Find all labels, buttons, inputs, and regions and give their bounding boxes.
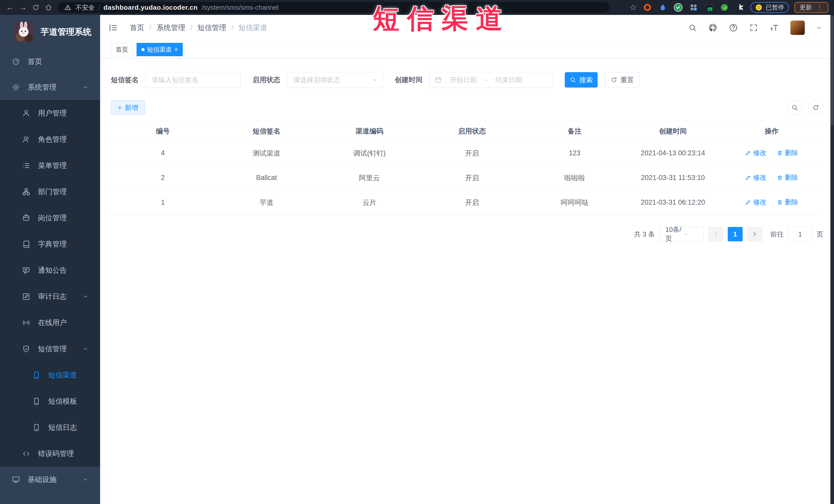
sidebar-collapse-icon[interactable] <box>108 23 118 32</box>
extension-orange-ring-icon[interactable] <box>642 3 652 12</box>
sidebar-item-sms-log[interactable]: 短信日志 <box>0 414 100 441</box>
warning-icon <box>64 4 71 11</box>
font-size-icon[interactable] <box>769 23 779 32</box>
reset-button[interactable]: 重置 <box>605 72 640 88</box>
sidebar-item-sms-channel[interactable]: 短信渠道 <box>0 362 100 388</box>
announcement-icon <box>21 266 31 275</box>
trash-icon <box>777 175 783 181</box>
sidebar-item-audit-logs[interactable]: 审计日志 <box>0 283 100 310</box>
address-bar[interactable]: 不安全 dashboard.yudao.iocoder.cn /system/s… <box>58 2 609 13</box>
avatar-caret-icon[interactable] <box>816 25 822 31</box>
trash-icon <box>777 199 783 205</box>
sidebar-item-label: 岗位管理 <box>38 213 67 223</box>
app-title: 芋道管理系统 <box>41 26 91 38</box>
user-icon <box>21 109 31 117</box>
cell-code: 阿里云 <box>318 166 421 190</box>
breadcrumb-separator: / <box>191 24 193 32</box>
chevron-down-icon <box>683 231 700 237</box>
range-separator: - <box>485 76 487 84</box>
sidebar-item-online-users[interactable]: 在线用户 <box>0 310 100 336</box>
end-date-input[interactable] <box>490 76 528 84</box>
sidebar-item-label: 通知公告 <box>38 265 67 275</box>
fullscreen-icon[interactable] <box>749 23 758 32</box>
monitor-icon <box>11 476 21 484</box>
sidebar-item-infrastructure[interactable]: 基础设施 <box>0 467 100 492</box>
cell-sign: 测试渠道 <box>215 141 318 166</box>
date-range-picker[interactable]: - <box>429 72 553 88</box>
sidebar-item-label: 短信渠道 <box>48 370 77 380</box>
edit-link[interactable]: 修改 <box>745 148 767 157</box>
sidebar-item-posts[interactable]: 岗位管理 <box>0 205 100 231</box>
browser-home-icon[interactable] <box>42 2 55 13</box>
breadcrumb: 首页 / 系统管理 / 短信管理 / 短信渠道 <box>130 23 267 32</box>
sidebar-item-departments[interactable]: 部门管理 <box>0 179 100 205</box>
extension-puzzle-icon[interactable] <box>735 3 745 12</box>
breadcrumb-system[interactable]: 系统管理 <box>157 23 185 32</box>
tag-sms-channel[interactable]: 短信渠道 × <box>136 43 183 56</box>
chevron-right-icon <box>751 231 758 238</box>
goto-page-input[interactable] <box>788 227 812 242</box>
chevron-down-icon <box>371 76 378 83</box>
browser-update-button[interactable]: 更新 ⋮ <box>794 2 828 13</box>
profile-paused-chip[interactable]: 已暂停 <box>750 2 789 13</box>
sidebar-item-menus[interactable]: 菜单管理 <box>0 153 100 179</box>
search-button[interactable]: 搜索 <box>565 72 598 88</box>
add-button[interactable]: + 新增 <box>111 101 145 115</box>
bookmark-star-icon[interactable]: ☆ <box>630 3 637 12</box>
chevron-down-icon <box>82 293 89 300</box>
extension-blue-drop-icon[interactable] <box>658 3 668 12</box>
sign-input[interactable] <box>145 72 241 88</box>
refresh-icon <box>812 104 819 111</box>
toggle-search-button[interactable] <box>787 100 802 115</box>
sidebar-item-sms-template[interactable]: 短信模板 <box>0 388 100 414</box>
sidebar-item-roles[interactable]: 角色管理 <box>0 126 100 153</box>
delete-link[interactable]: 删除 <box>777 148 798 157</box>
status-select[interactable]: 请选择启用状态 <box>287 72 383 88</box>
cell-sign: Ballcat <box>215 166 318 190</box>
extension-sprout-icon[interactable] <box>720 3 729 12</box>
breadcrumb-current: 短信渠道 <box>239 23 267 32</box>
breadcrumb-home[interactable]: 首页 <box>130 23 144 32</box>
github-icon[interactable] <box>708 23 718 32</box>
browser-reload-icon[interactable] <box>29 2 42 13</box>
start-date-input[interactable] <box>444 76 482 84</box>
edit-link[interactable]: 修改 <box>745 198 767 207</box>
extension-grid-icon[interactable] <box>689 3 699 12</box>
scrollbar-thumb[interactable] <box>831 16 833 126</box>
refresh-table-button[interactable] <box>808 100 823 115</box>
sidebar-item-home[interactable]: 首页 <box>0 49 100 74</box>
edit-link[interactable]: 修改 <box>745 173 767 182</box>
phone-icon <box>31 371 42 379</box>
sidebar-item-system[interactable]: 系统管理 <box>0 74 100 100</box>
breadcrumb-sms[interactable]: 短信管理 <box>198 23 226 32</box>
emoji-face-icon <box>755 4 763 11</box>
cell-status: 开启 <box>421 166 523 190</box>
page-scrollbar[interactable] <box>830 15 834 504</box>
sidebar-item-dictionary[interactable]: 字典管理 <box>0 231 100 257</box>
breadcrumb-separator: / <box>232 24 234 32</box>
tag-home[interactable]: 首页 <box>111 43 133 56</box>
browser-forward-icon[interactable]: → <box>17 2 29 13</box>
browser-menu-icon[interactable]: ⋮ <box>816 4 823 11</box>
page-number-1[interactable]: 1 <box>728 227 743 241</box>
sidebar-logo-row[interactable]: 芋道管理系统 <box>0 15 100 49</box>
help-icon[interactable] <box>729 23 738 32</box>
sidebar-item-sms-management[interactable]: 短信管理 <box>0 336 100 362</box>
delete-link[interactable]: 删除 <box>777 173 798 182</box>
delete-link[interactable]: 删除 <box>777 198 798 207</box>
sidebar-item-users[interactable]: 用户管理 <box>0 100 100 126</box>
close-icon[interactable]: × <box>174 46 178 52</box>
sidebar-item-notices[interactable]: 通知公告 <box>0 257 100 283</box>
prev-page-button[interactable] <box>708 227 723 241</box>
sidebar-item-error-codes[interactable]: 错误码管理 <box>0 441 100 467</box>
search-icon[interactable] <box>688 23 697 32</box>
browser-back-icon[interactable]: ← <box>4 2 17 13</box>
extension-green-check-icon[interactable] <box>673 3 683 12</box>
extension-on-badge-icon[interactable]: on <box>704 3 714 12</box>
sidebar-item-label: 短信管理 <box>38 344 67 354</box>
sidebar-item-label: 首页 <box>28 57 42 66</box>
next-page-button[interactable] <box>747 227 762 241</box>
page-size-select[interactable]: 10条/页 <box>659 227 704 242</box>
sidebar-item-label: 菜单管理 <box>38 161 67 171</box>
user-avatar[interactable] <box>790 21 805 35</box>
